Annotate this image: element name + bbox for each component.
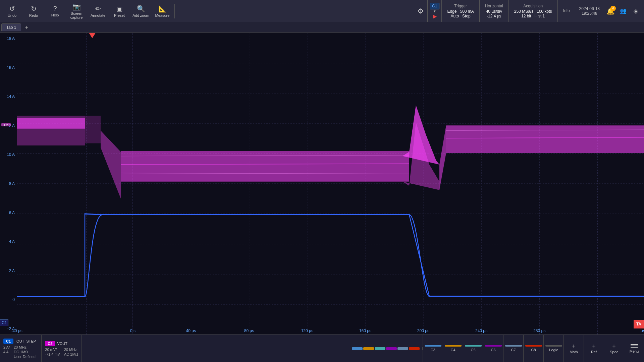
c6-button[interactable]: C6 [483,335,503,362]
c4-swatch [363,347,374,350]
tab-bar: Tab 1 + [0,22,644,33]
oscilloscope-grid [17,33,644,335]
measure-button[interactable]: 📐 Measure [152,1,173,21]
annotate-button[interactable]: ✏ Annotate [87,1,109,21]
c3-color-bar [425,345,441,347]
ch1-channel-label[interactable]: C1 [0,319,8,326]
c5-color-bar [465,345,482,347]
notification-badge: 6 [610,6,616,11]
run-stop-button[interactable]: ▶ [433,13,437,19]
c4-button[interactable]: C4 [443,335,463,362]
c6-swatch [386,347,397,350]
preset-icon: ▣ [116,5,123,13]
screen-capture-button[interactable]: 📷 Screen capture [66,1,87,21]
redo-button[interactable]: ↻ Redo [23,1,44,21]
toolbar-separator-1 [174,4,175,18]
datetime-display: 2024-06-13 19:25:48 [575,6,604,16]
menu-button[interactable]: Menu [624,335,644,362]
ch1-info-block: C1 IOUT_STEP_ 2 A/ 4 A 20 MHz DC 1MΩ Use… [0,335,42,362]
ch1-badge[interactable]: C1 [3,339,13,344]
hamburger-icon [631,344,638,348]
c7-swatch [397,347,408,350]
notification-button[interactable]: 🔔 6 [604,4,617,18]
redo-icon: ↻ [31,5,37,13]
channel-dropdown-arrow[interactable]: ▼ [433,9,436,13]
ch1-params: 2 A/ 4 A 20 MHz DC 1MΩ User-Defined [3,345,38,359]
add-tab-button[interactable]: + [22,23,31,32]
measure-icon: 📐 [158,5,167,13]
settings-button[interactable]: ⚙ [414,4,427,18]
add-zoom-button[interactable]: 🔍 Add zoom [130,1,152,21]
zoom-icon: 🔍 [137,5,145,13]
ref-button[interactable]: + Ref [584,335,604,362]
info-section: Info [557,0,575,22]
help-button[interactable]: ? Help [44,1,66,21]
spec-button[interactable]: + Spec [604,335,624,362]
users-icon[interactable]: 👥 [617,8,629,14]
plot-area[interactable]: TA 18 A 16 A 14 A 12 A 10 A 8 A 6 A 4 A … [0,33,644,335]
ref-plus-icon: + [592,343,596,350]
bottom-bar: C1 IOUT_STEP_ 2 A/ 4 A 20 MHz DC 1MΩ Use… [0,335,644,362]
acquisition-section: Acquisition 250 MSa/s 100 kpts 12 bit Hi… [508,0,557,22]
camera-icon: 📷 [72,3,81,11]
c4-color-bar [445,345,462,347]
undo-icon: ↺ [9,5,15,13]
ta-button[interactable]: TA [634,320,644,328]
svg-text:C2: C2 [4,123,8,127]
c7-button[interactable]: C7 [503,335,523,362]
logic-button[interactable]: Logic [543,335,564,362]
math-button[interactable]: + Math [564,335,584,362]
c5-swatch [375,347,385,350]
ch2-name: VOUT [57,342,67,346]
math-plus-icon: + [572,343,576,350]
c8-button[interactable]: C8 [523,335,543,362]
trigger-position-arrow[interactable] [89,33,96,38]
c8-swatch [409,347,420,350]
ch2-badge[interactable]: C2 [45,341,55,346]
pencil-icon: ✏ [95,5,101,13]
help-icon: ? [53,5,57,12]
trigger-section: Trigger Edge 500 mA Auto Stop [441,0,479,22]
channel-buttons-row: C3 C4 C5 C6 C7 C8 [349,335,644,362]
ch2-params: 20 mV/ -71.4 mV 20 MHz AC 1MΩ [45,348,78,356]
x-axis-labels: -40 µs 0 s 40 µs 80 µs 120 µs 160 µs 200… [17,326,644,335]
toolbar: ↺ Undo ↻ Redo ? Help 📷 Screen capture ✏ … [0,0,644,22]
ch2-info-block: C2 VOUT 20 mV/ -71.4 mV 20 MHz AC 1MΩ [42,335,82,362]
c7-color-bar [505,345,522,347]
ch2-channel-label[interactable]: C2 [0,121,13,129]
main-content: TA 18 A 16 A 14 A 12 A 10 A 8 A 6 A 4 A … [0,33,644,362]
c5-button[interactable]: C5 [463,335,483,362]
preset-button[interactable]: ▣ Preset [109,1,130,21]
horizontal-section: Horizontal 40 µs/div -12.4 µs [479,0,508,22]
c3-swatch [352,347,363,350]
channel-selector[interactable]: C1 [430,3,439,9]
tab-1[interactable]: Tab 1 [1,23,21,31]
toolbar-right: ⚙ C1 ▼ ▶ Trigger Edge 500 mA Auto Stop H… [414,0,643,22]
c3-button[interactable]: C3 [423,335,443,362]
undo-button[interactable]: ↺ Undo [1,1,23,21]
c8-color-bar [525,345,542,347]
c6-color-bar [485,345,502,347]
info-button[interactable]: ◈ [629,4,643,18]
spec-plus-icon: + [612,343,616,350]
ch1-name: IOUT_STEP_ [15,339,38,343]
logic-color-bar [545,345,562,347]
channel-swatches [349,347,423,350]
y-axis-labels: 18 A 16 A 14 A 12 A 10 A 8 A 6 A 4 A 2 A… [0,33,17,335]
